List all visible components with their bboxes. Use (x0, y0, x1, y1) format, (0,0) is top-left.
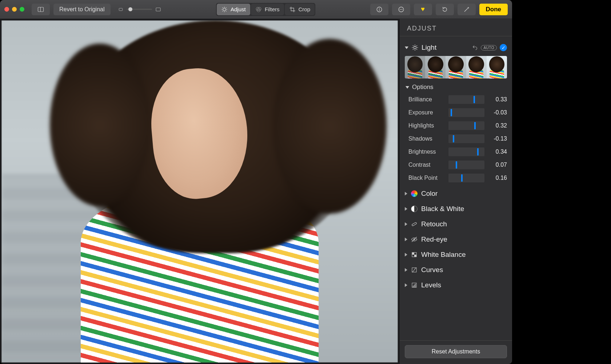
tab-adjust-label: Adjust (231, 6, 246, 12)
svg-line-10 (226, 11, 227, 12)
light-thumb[interactable] (405, 56, 425, 78)
reset-adjustments-button[interactable]: Reset Adjustments (405, 345, 507, 358)
tab-crop-label: Crop (299, 6, 311, 12)
bw-icon (411, 206, 418, 212)
svg-line-11 (222, 11, 223, 12)
param-value: 0.32 (488, 122, 507, 129)
light-options-header[interactable]: Options (405, 82, 507, 93)
param-row-shadows: Shadows-0.13 (408, 132, 507, 145)
chevron-right-icon (405, 283, 407, 287)
auto-enhance-button[interactable] (458, 4, 476, 15)
whitebalance-icon (411, 251, 418, 258)
titlebar: Revert to Original Adjust Filters Crop (0, 0, 512, 19)
light-thumb[interactable] (487, 56, 507, 78)
adjust-icon (221, 6, 228, 13)
info-icon (376, 6, 383, 13)
auto-button[interactable]: AUTO (481, 45, 497, 50)
svg-line-29 (416, 49, 417, 50)
param-slider[interactable] (448, 174, 484, 182)
param-row-contrast: Contrast0.07 (408, 158, 507, 171)
svg-point-21 (401, 9, 402, 10)
svg-rect-37 (414, 255, 416, 257)
light-options-title: Options (412, 84, 434, 91)
undo-icon[interactable] (472, 45, 478, 50)
section-curves[interactable]: Curves (400, 262, 512, 278)
section-bw[interactable]: Black & White (400, 201, 512, 217)
param-label: Brightness (408, 149, 445, 155)
section-title: Black & White (421, 205, 507, 213)
param-value: 0.07 (488, 162, 507, 168)
sidebar-icon (37, 6, 44, 13)
wand-icon (463, 6, 470, 13)
section-retouch[interactable]: Retouch (400, 217, 512, 232)
photos-edit-window: Revert to Original Adjust Filters Crop (0, 0, 512, 364)
param-slider[interactable] (448, 161, 484, 169)
rotate-button[interactable] (436, 4, 454, 15)
chevron-right-icon (405, 222, 407, 226)
light-preview-strip[interactable] (405, 56, 507, 78)
light-icon (411, 44, 419, 51)
rotate-icon (442, 6, 448, 13)
svg-line-31 (416, 45, 417, 46)
param-label: Brilliance (408, 96, 445, 103)
tab-adjust[interactable]: Adjust (217, 4, 250, 15)
svg-point-22 (402, 9, 403, 10)
section-title: Red-eye (421, 235, 507, 243)
param-value: -0.13 (488, 136, 507, 142)
section-redeye[interactable]: Red-eye (400, 232, 512, 247)
param-label: Shadows (408, 136, 445, 142)
light-thumb[interactable] (466, 56, 487, 78)
param-slider[interactable] (448, 95, 484, 104)
light-thumb[interactable] (446, 56, 466, 78)
color-icon (411, 190, 418, 197)
chevron-right-icon (405, 253, 407, 256)
chevron-right-icon (405, 192, 407, 195)
svg-rect-40 (413, 286, 414, 288)
param-row-highlights: Highlights0.32 (408, 119, 507, 132)
content-area: ADJUST Light AUTO ✓ (0, 19, 512, 364)
section-light-header[interactable]: Light AUTO ✓ (405, 41, 507, 54)
chevron-right-icon (405, 238, 407, 241)
param-value: 0.16 (488, 175, 507, 181)
section-title: Levels (421, 281, 507, 289)
section-color[interactable]: Color (400, 186, 512, 201)
section-levels[interactable]: Levels (400, 278, 512, 293)
bandage-icon (411, 221, 418, 227)
param-slider[interactable] (448, 134, 484, 143)
photo-canvas[interactable] (0, 19, 399, 364)
section-light: Light AUTO ✓ (400, 40, 512, 186)
sidebar-toggle-button[interactable] (32, 4, 50, 15)
tab-filters[interactable]: Filters (251, 4, 284, 15)
minimize-window-button[interactable] (12, 7, 17, 12)
adjust-sidebar: ADJUST Light AUTO ✓ (399, 19, 512, 364)
zoom-slider[interactable] (127, 9, 152, 10)
revert-button[interactable]: Revert to Original (53, 4, 111, 15)
done-button[interactable]: Done (479, 4, 508, 15)
param-slider[interactable] (448, 108, 484, 117)
photo-preview (1, 20, 398, 363)
close-window-button[interactable] (4, 7, 9, 12)
info-button[interactable] (370, 4, 388, 15)
more-button[interactable] (392, 4, 410, 15)
svg-rect-41 (414, 285, 415, 288)
svg-rect-0 (38, 7, 44, 12)
tab-crop[interactable]: Crop (285, 4, 315, 15)
param-label: Exposure (408, 109, 445, 116)
param-label: Black Point (408, 175, 445, 181)
enabled-check-icon[interactable]: ✓ (500, 44, 507, 51)
fullscreen-window-button[interactable] (20, 7, 24, 12)
section-title: White Balance (421, 251, 507, 259)
section-light-actions: AUTO ✓ (472, 44, 507, 51)
param-row-exposure: Exposure-0.03 (408, 106, 507, 119)
light-thumb[interactable] (425, 56, 446, 78)
favorite-button[interactable]: ♥ (414, 4, 432, 15)
param-row-brilliance: Brilliance0.33 (408, 93, 507, 106)
filters-icon (255, 6, 262, 13)
svg-rect-2 (119, 8, 122, 11)
param-slider[interactable] (448, 147, 484, 156)
param-row-black-point: Black Point0.16 (408, 171, 507, 185)
param-slider[interactable] (448, 121, 484, 130)
section-whitebalance[interactable]: White Balance (400, 247, 512, 262)
svg-rect-32 (412, 222, 417, 226)
chevron-down-icon (405, 46, 408, 49)
